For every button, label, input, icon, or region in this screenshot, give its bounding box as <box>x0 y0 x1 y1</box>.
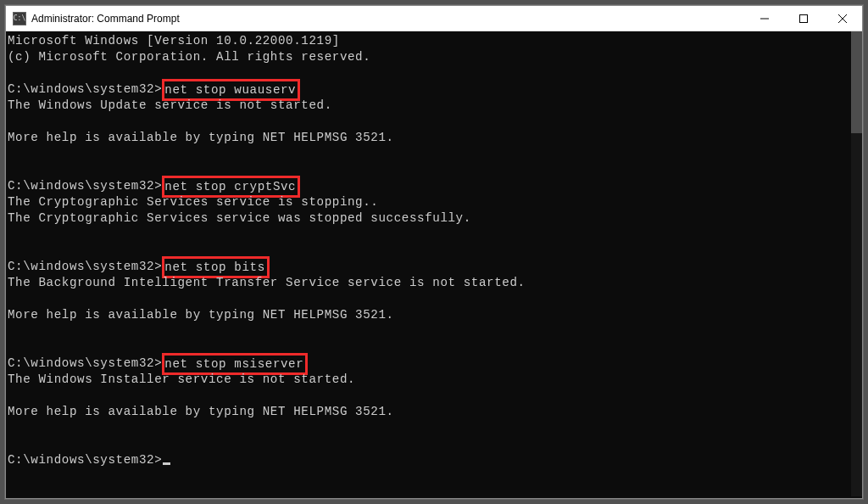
terminal[interactable]: Microsoft Windows [Version 10.0.22000.12… <box>6 31 862 498</box>
scrollbar-track[interactable] <box>851 33 862 496</box>
command-prompt-window: C:\ Administrator: Command Prompt Micros… <box>5 5 863 499</box>
terminal-line <box>8 388 851 404</box>
terminal-line <box>8 146 851 162</box>
scrollbar-thumb[interactable] <box>851 31 862 133</box>
terminal-line: (c) Microsoft Corporation. All rights re… <box>8 49 851 65</box>
terminal-line <box>8 162 851 178</box>
close-button[interactable] <box>823 6 862 31</box>
terminal-line: C:\windows\system32>net stop wuauserv <box>8 81 851 98</box>
close-icon <box>838 14 847 23</box>
terminal-line <box>8 227 851 243</box>
svg-rect-1 <box>800 14 808 22</box>
terminal-line: More help is available by typing NET HEL… <box>8 130 851 146</box>
terminal-line: C:\windows\system32>net stop cryptSvc <box>8 178 851 194</box>
terminal-line: The Background Intelligent Transfer Serv… <box>8 275 851 291</box>
cursor <box>163 462 170 465</box>
terminal-line: C:\windows\system32> <box>8 452 851 468</box>
terminal-line: More help is available by typing NET HEL… <box>8 307 851 323</box>
terminal-content: Microsoft Windows [Version 10.0.22000.12… <box>8 33 851 496</box>
terminal-line: C:\windows\system32>net stop msiserver <box>8 356 851 372</box>
maximize-button[interactable] <box>784 6 823 31</box>
terminal-line: The Windows Update service is not starte… <box>8 98 851 114</box>
terminal-line <box>8 420 851 436</box>
terminal-line: The Cryptographic Services service is st… <box>8 194 851 210</box>
terminal-line: C:\windows\system32>net stop bits <box>8 259 851 275</box>
terminal-line: The Windows Installer service is not sta… <box>8 372 851 388</box>
terminal-line <box>8 339 851 356</box>
maximize-icon <box>799 14 808 23</box>
window-title: Administrator: Command Prompt <box>31 13 745 25</box>
terminal-line <box>8 436 851 452</box>
terminal-line <box>8 323 851 339</box>
minimize-icon <box>760 14 769 23</box>
terminal-line <box>8 243 851 259</box>
terminal-line: More help is available by typing NET HEL… <box>8 404 851 420</box>
terminal-line <box>8 291 851 307</box>
minimize-button[interactable] <box>745 6 784 31</box>
terminal-line <box>8 114 851 130</box>
terminal-line <box>8 65 851 81</box>
window-controls <box>745 6 862 31</box>
terminal-line: The Cryptographic Services service was s… <box>8 210 851 227</box>
terminal-line: Microsoft Windows [Version 10.0.22000.12… <box>8 33 851 49</box>
cmd-icon: C:\ <box>13 12 26 25</box>
titlebar[interactable]: C:\ Administrator: Command Prompt <box>6 6 862 31</box>
